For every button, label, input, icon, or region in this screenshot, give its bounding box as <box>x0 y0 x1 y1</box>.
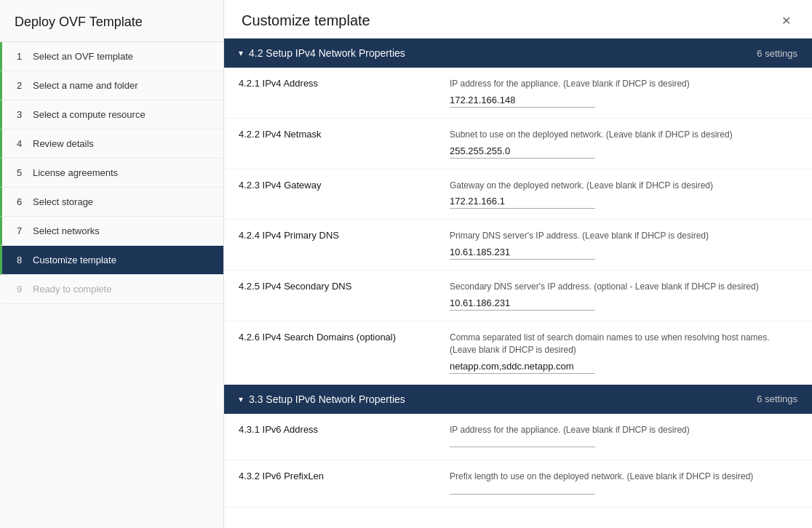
sidebar-step-9: 9Ready to complete <box>0 275 223 304</box>
setting-input-value[interactable]: 10.61.185.231 <box>450 245 595 260</box>
chevron-down-icon: ▾ <box>239 48 243 58</box>
setting-value: Prefix length to use on the deployed net… <box>450 471 797 497</box>
setting-row-4.3.2: 4.3.2 IPv6 PrefixLenPrefix length to use… <box>224 460 812 508</box>
sidebar-step-3[interactable]: 3Select a compute resource <box>0 100 223 129</box>
setting-description: Primary DNS server's IP address. (Leave … <box>450 230 797 242</box>
step-number: 6 <box>17 196 27 207</box>
setting-input-value[interactable] <box>450 491 595 495</box>
section-title: 3.3 Setup IPv6 Network Properties <box>249 393 405 405</box>
setting-row-4.2.3: 4.2.3 IPv4 GatewayGateway on the deploye… <box>224 169 812 220</box>
setting-row-4.2.5: 4.2.5 IPv4 Secondary DNSSecondary DNS se… <box>224 271 812 321</box>
step-number: 7 <box>17 225 27 236</box>
setting-label: 4.3.1 IPv6 Address <box>239 424 450 435</box>
setting-value: Secondary DNS server's IP address. (opti… <box>450 281 797 311</box>
setting-description: IP address for the appliance. (Leave bla… <box>450 78 797 90</box>
step-number: 8 <box>17 255 27 265</box>
step-number: 4 <box>17 138 27 149</box>
step-number: 3 <box>17 109 27 120</box>
step-label: Select storage <box>33 196 93 207</box>
sidebar: Deploy OVF Template 1Select an OVF templ… <box>0 0 224 528</box>
setting-input-value[interactable]: 255.255.255.0 <box>450 144 595 159</box>
step-label: Select an OVF template <box>33 51 133 62</box>
setting-input-value[interactable]: netapp.com,sddc.netapp.com <box>450 359 595 374</box>
sidebar-steps: 1Select an OVF template2Select a name an… <box>0 42 223 528</box>
step-number: 2 <box>17 80 27 91</box>
step-label: Customize template <box>33 255 116 265</box>
setting-value: Gateway on the deployed network. (Leave … <box>450 180 797 209</box>
sidebar-step-2[interactable]: 2Select a name and folder <box>0 71 223 100</box>
step-label: License agreements <box>33 167 118 178</box>
setting-row-4.3.1: 4.3.1 IPv6 AddressIP address for the app… <box>224 414 812 461</box>
sidebar-step-8[interactable]: 8Customize template <box>0 246 223 275</box>
setting-row-4.2.6: 4.2.6 IPv4 Search Domains (optional)Comm… <box>224 321 812 385</box>
main-content: ▾4.2 Setup IPv4 Network Properties6 sett… <box>224 39 812 528</box>
setting-input-value[interactable]: 172.21.166.148 <box>450 93 595 108</box>
step-number: 9 <box>17 284 27 295</box>
setting-description: Gateway on the deployed network. (Leave … <box>450 180 797 192</box>
section-header-left: ▾4.2 Setup IPv4 Network Properties <box>239 47 405 59</box>
setting-value: IP address for the appliance. (Leave bla… <box>450 424 797 450</box>
close-button[interactable]: ✕ <box>777 12 795 29</box>
setting-description: Secondary DNS server's IP address. (opti… <box>450 281 797 293</box>
setting-value: Primary DNS server's IP address. (Leave … <box>450 230 797 260</box>
sidebar-step-7[interactable]: 7Select networks <box>0 217 223 246</box>
step-number: 1 <box>17 51 27 62</box>
setting-input-value[interactable] <box>450 444 595 447</box>
setting-value: IP address for the appliance. (Leave bla… <box>450 78 797 108</box>
sidebar-step-6[interactable]: 6Select storage <box>0 188 223 217</box>
setting-description: Comma separated list of search domain na… <box>450 332 797 356</box>
setting-label: 4.2.5 IPv4 Secondary DNS <box>239 281 450 292</box>
setting-description: IP address for the appliance. (Leave bla… <box>450 424 797 436</box>
step-label: Select networks <box>33 225 100 236</box>
page-title: Customize template <box>242 12 370 29</box>
setting-description: Subnet to use on the deployed network. (… <box>450 129 797 141</box>
main-panel: Customize template ✕ ▾4.2 Setup IPv4 Net… <box>224 0 812 528</box>
chevron-down-icon: ▾ <box>239 394 243 404</box>
section-header-left: ▾3.3 Setup IPv6 Network Properties <box>239 393 405 405</box>
setting-label: 4.2.4 IPv4 Primary DNS <box>239 230 450 241</box>
setting-label: 4.2.6 IPv4 Search Domains (optional) <box>239 332 450 343</box>
sidebar-title: Deploy OVF Template <box>0 0 223 42</box>
section-title: 4.2 Setup IPv4 Network Properties <box>249 47 405 59</box>
step-number: 5 <box>17 167 27 178</box>
setting-row-4.2.2: 4.2.2 IPv4 NetmaskSubnet to use on the d… <box>224 119 812 169</box>
step-label: Ready to complete <box>33 284 111 295</box>
setting-label: 4.2.2 IPv4 Netmask <box>239 129 450 140</box>
section-header-section-ipv4[interactable]: ▾4.2 Setup IPv4 Network Properties6 sett… <box>224 39 812 68</box>
section-settings-count: 6 settings <box>757 393 797 404</box>
main-header: Customize template ✕ <box>224 0 812 39</box>
step-label: Review details <box>33 138 94 149</box>
section-header-section-ipv6[interactable]: ▾3.3 Setup IPv6 Network Properties6 sett… <box>224 385 812 414</box>
setting-row-4.2.1: 4.2.1 IPv4 AddressIP address for the app… <box>224 68 812 119</box>
setting-label: 4.2.3 IPv4 Gateway <box>239 180 450 191</box>
setting-row-4.2.4: 4.2.4 IPv4 Primary DNSPrimary DNS server… <box>224 220 812 271</box>
sidebar-step-5[interactable]: 5License agreements <box>0 159 223 188</box>
setting-description: Prefix length to use on the deployed net… <box>450 471 797 483</box>
setting-input-value[interactable]: 172.21.166.1 <box>450 194 595 209</box>
step-label: Select a compute resource <box>33 109 146 120</box>
setting-input-value[interactable]: 10.61.186.231 <box>450 296 595 311</box>
setting-label: 4.3.2 IPv6 PrefixLen <box>239 471 450 481</box>
sidebar-step-4[interactable]: 4Review details <box>0 129 223 159</box>
step-label: Select a name and folder <box>33 80 138 91</box>
section-settings-count: 6 settings <box>757 48 797 59</box>
setting-label: 4.2.1 IPv4 Address <box>239 78 450 89</box>
setting-value: Subnet to use on the deployed network. (… <box>450 129 797 159</box>
setting-value: Comma separated list of search domain na… <box>450 332 797 374</box>
sidebar-step-1[interactable]: 1Select an OVF template <box>0 42 223 71</box>
